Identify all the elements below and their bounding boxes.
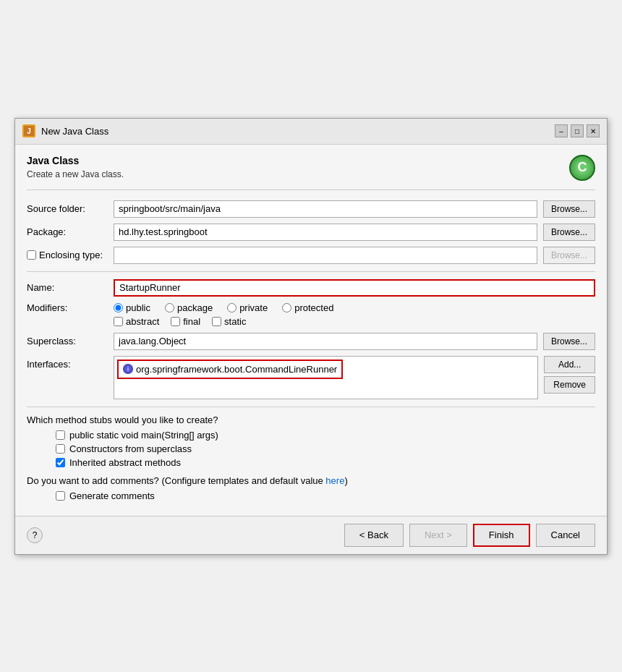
bottom-bar: ? < Back Next > Finish Cancel bbox=[15, 516, 607, 554]
enclosing-type-browse-button: Browse... bbox=[543, 247, 595, 264]
method-stub-inherited-checkbox[interactable] bbox=[56, 458, 65, 467]
method-stub-inherited: Inherited abstract methods bbox=[56, 457, 595, 468]
bottom-right: < Back Next > Finish Cancel bbox=[344, 524, 595, 547]
package-label: Package: bbox=[27, 226, 114, 237]
close-button[interactable]: ✕ bbox=[587, 124, 600, 137]
generate-comments-label: Generate comments bbox=[69, 490, 155, 501]
access-modifiers-group: public package private protected bbox=[114, 302, 333, 313]
modifier-private-label[interactable]: private bbox=[227, 302, 268, 313]
modifier-public-label[interactable]: public bbox=[114, 302, 150, 313]
method-stubs-section: Which method stubs would you like to cre… bbox=[27, 414, 595, 468]
source-folder-input[interactable] bbox=[114, 200, 537, 218]
modifiers-row-1: Modifiers: public package private bbox=[27, 302, 595, 313]
next-button[interactable]: Next > bbox=[409, 524, 467, 547]
separator-1 bbox=[27, 271, 595, 272]
comments-here-link[interactable]: here bbox=[325, 475, 344, 486]
superclass-label: Superclass: bbox=[27, 336, 114, 346]
back-button[interactable]: < Back bbox=[344, 524, 404, 547]
remove-interface-button[interactable]: Remove bbox=[544, 376, 595, 394]
dialog-content: Java Class Create a new Java class. C So… bbox=[15, 145, 607, 516]
package-browse-button[interactable]: Browse... bbox=[543, 224, 595, 241]
modifier-package-radio[interactable] bbox=[165, 303, 174, 312]
modifier-protected-text: protected bbox=[294, 302, 333, 313]
method-stub-inherited-label: Inherited abstract methods bbox=[69, 457, 181, 468]
enclosing-type-row: Enclosing type: Browse... bbox=[27, 247, 595, 264]
modifier-package-text: package bbox=[177, 302, 213, 313]
maximize-button[interactable]: □ bbox=[571, 124, 584, 137]
svg-text:J: J bbox=[27, 127, 31, 135]
modifier-static-label[interactable]: static bbox=[212, 316, 246, 327]
modifier-final-text: final bbox=[183, 316, 200, 327]
interfaces-label: Interfaces: bbox=[27, 356, 114, 370]
separator-2 bbox=[27, 407, 595, 407]
interfaces-box: i org.springframework.boot.CommandLineRu… bbox=[114, 356, 538, 399]
modifiers-row-2: abstract final static bbox=[27, 316, 595, 327]
finish-button[interactable]: Finish bbox=[473, 524, 530, 547]
method-stub-main: public static void main(String[] args) bbox=[56, 430, 595, 441]
new-java-class-dialog: J New Java Class – □ ✕ Java Class Create… bbox=[14, 118, 608, 555]
interface-value: org.springframework.boot.CommandLineRunn… bbox=[136, 364, 337, 375]
method-stubs-title: Which method stubs would you like to cre… bbox=[27, 414, 595, 425]
header-logo: C bbox=[569, 155, 595, 181]
modifier-protected-label[interactable]: protected bbox=[282, 302, 333, 313]
superclass-row: Superclass: Browse... bbox=[27, 333, 595, 350]
interface-buttons: Add... Remove bbox=[544, 356, 595, 394]
method-stub-constructors-label: Constructors from superclass bbox=[69, 443, 192, 454]
modifier-protected-radio[interactable] bbox=[282, 303, 291, 312]
package-input[interactable] bbox=[114, 224, 537, 241]
header-text: Java Class Create a new Java class. bbox=[27, 155, 124, 179]
header-section: Java Class Create a new Java class. C bbox=[27, 155, 595, 190]
modifiers-label: Modifiers: bbox=[27, 302, 114, 313]
modifier-private-text: private bbox=[239, 302, 268, 313]
cancel-button[interactable]: Cancel bbox=[536, 524, 595, 547]
interfaces-row: Interfaces: i org.springframework.boot.C… bbox=[27, 356, 595, 399]
package-row: Package: Browse... bbox=[27, 224, 595, 241]
modifier-static-checkbox[interactable] bbox=[212, 317, 221, 326]
modifier-abstract-text: abstract bbox=[126, 316, 159, 327]
method-stub-main-checkbox[interactable] bbox=[56, 430, 65, 440]
modifier-public-radio[interactable] bbox=[114, 303, 123, 312]
superclass-input[interactable] bbox=[114, 333, 537, 350]
enclosing-type-checkbox[interactable] bbox=[27, 250, 36, 260]
name-input[interactable] bbox=[114, 279, 595, 297]
bottom-left: ? bbox=[27, 527, 43, 543]
title-controls: – □ ✕ bbox=[555, 124, 600, 137]
non-access-modifiers-group: abstract final static bbox=[114, 316, 246, 327]
modifiers-section: Modifiers: public package private bbox=[27, 302, 595, 327]
source-folder-row: Source folder: Browse... bbox=[27, 200, 595, 218]
window-icon: J bbox=[22, 124, 35, 137]
window-title: New Java Class bbox=[41, 126, 108, 137]
generate-comments-item: Generate comments bbox=[56, 490, 595, 501]
modifier-final-label[interactable]: final bbox=[171, 316, 200, 327]
name-label: Name: bbox=[27, 282, 114, 293]
add-interface-button[interactable]: Add... bbox=[544, 356, 595, 373]
minimize-button[interactable]: – bbox=[555, 124, 568, 137]
comments-question-text: Do you want to add comments? (Configure … bbox=[27, 475, 325, 486]
comments-question: Do you want to add comments? (Configure … bbox=[27, 475, 595, 486]
header-subtitle: Create a new Java class. bbox=[27, 169, 124, 179]
enclosing-type-checkbox-group: Enclosing type: bbox=[27, 250, 114, 260]
modifier-public-text: public bbox=[126, 302, 150, 313]
modifier-static-text: static bbox=[224, 316, 246, 327]
modifier-package-label[interactable]: package bbox=[165, 302, 213, 313]
generate-comments-checkbox[interactable] bbox=[56, 491, 65, 501]
title-bar-left: J New Java Class bbox=[22, 124, 108, 137]
method-stub-constructors: Constructors from superclass bbox=[56, 443, 595, 454]
comments-section: Do you want to add comments? (Configure … bbox=[27, 475, 595, 501]
modifier-private-radio[interactable] bbox=[227, 303, 237, 312]
superclass-browse-button[interactable]: Browse... bbox=[543, 333, 595, 350]
name-row: Name: bbox=[27, 279, 595, 297]
title-bar: J New Java Class – □ ✕ bbox=[15, 119, 607, 145]
source-folder-label: Source folder: bbox=[27, 203, 114, 214]
method-stub-main-label: public static void main(String[] args) bbox=[69, 430, 218, 441]
interface-item: i org.springframework.boot.CommandLineRu… bbox=[117, 360, 343, 379]
modifier-abstract-label[interactable]: abstract bbox=[114, 316, 159, 327]
header-title: Java Class bbox=[27, 155, 124, 166]
modifier-final-checkbox[interactable] bbox=[171, 317, 180, 326]
modifier-abstract-checkbox[interactable] bbox=[114, 317, 123, 326]
interface-icon: i bbox=[123, 364, 133, 374]
method-stub-constructors-checkbox[interactable] bbox=[56, 444, 65, 454]
source-folder-browse-button[interactable]: Browse... bbox=[543, 200, 595, 218]
help-button[interactable]: ? bbox=[27, 527, 43, 543]
enclosing-type-input[interactable] bbox=[114, 247, 537, 264]
